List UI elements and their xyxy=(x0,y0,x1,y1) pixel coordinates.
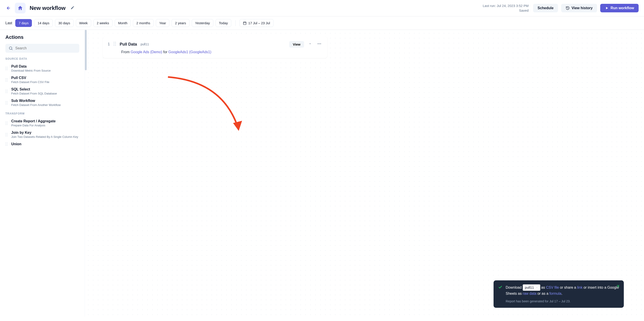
step-source-link[interactable]: Google Ads (Demo) xyxy=(131,50,162,54)
date-range-bar: Last 7 days14 days30 daysWeek2 weeksMont… xyxy=(0,16,644,30)
step-expand-button[interactable] xyxy=(308,41,312,47)
view-history-button[interactable]: View history xyxy=(561,4,597,12)
action-item[interactable]: Pull CSVFetch Dataset From CSV File xyxy=(6,74,79,86)
action-item[interactable]: Sub WorkflowFetch Dataset From Another W… xyxy=(6,97,79,108)
calendar-icon xyxy=(243,21,246,25)
caret-down-icon xyxy=(308,42,312,45)
svg-point-12 xyxy=(6,81,6,82)
step-account-link[interactable]: GoogleAds1 (GoogleAds1) xyxy=(168,50,211,54)
range-pill[interactable]: Month xyxy=(115,19,131,27)
svg-point-30 xyxy=(6,124,6,125)
svg-point-39 xyxy=(7,142,8,143)
back-button[interactable] xyxy=(6,5,12,11)
svg-point-3 xyxy=(7,67,8,67)
home-button[interactable] xyxy=(15,3,26,14)
drag-handle-icon[interactable] xyxy=(6,99,8,107)
range-pill[interactable]: Yesterday xyxy=(192,19,213,27)
toast-footer: Report has been generated for Jul 17 – J… xyxy=(506,299,619,304)
action-title: Create Report / Aggregate xyxy=(11,119,56,123)
main-layout: Actions SOURCE DATAPull DataDownload Met… xyxy=(0,30,644,317)
svg-point-13 xyxy=(7,81,8,82)
svg-point-52 xyxy=(320,43,321,44)
action-desc: Join Two Datasets Related By A Single Co… xyxy=(11,135,78,138)
drag-handle-icon[interactable] xyxy=(6,76,8,84)
action-item[interactable]: Pull DataDownload Metric From Source xyxy=(6,63,79,74)
step-header: 1 Pull Data pull11 View xyxy=(108,41,322,48)
toast-body: Download pull11 as CSV file or share a l… xyxy=(506,284,619,304)
svg-point-44 xyxy=(114,42,114,43)
range-pill[interactable]: 2 years xyxy=(172,19,189,27)
svg-point-49 xyxy=(115,45,116,46)
range-pill[interactable]: 30 days xyxy=(55,19,74,27)
svg-point-19 xyxy=(7,92,8,93)
svg-point-23 xyxy=(7,102,8,103)
check-icon xyxy=(498,285,502,289)
drag-handle-icon[interactable] xyxy=(6,142,8,146)
range-pill[interactable]: 14 days xyxy=(34,19,53,27)
range-pill[interactable]: 2 weeks xyxy=(94,19,112,27)
step-number: 1 xyxy=(108,42,110,46)
svg-point-32 xyxy=(6,133,6,134)
action-title: Pull Data xyxy=(11,64,51,68)
toast-select[interactable]: pull11 xyxy=(523,284,540,291)
formula-link[interactable]: formula xyxy=(550,292,561,296)
search-box[interactable] xyxy=(6,44,79,53)
svg-point-4 xyxy=(6,68,6,69)
svg-point-6 xyxy=(6,69,6,70)
action-desc: Fetch Dataset From Another Workflow xyxy=(11,103,61,107)
action-title: Union xyxy=(11,142,21,146)
svg-point-45 xyxy=(115,42,116,43)
section-label: SOURCE DATA xyxy=(6,57,79,60)
svg-point-7 xyxy=(7,69,8,70)
drag-handle-icon[interactable] xyxy=(6,131,8,138)
range-pill[interactable]: 2 months xyxy=(133,19,154,27)
history-icon xyxy=(566,6,570,10)
svg-point-2 xyxy=(6,67,6,67)
drag-handle-icon[interactable] xyxy=(6,87,8,95)
scrollbar[interactable] xyxy=(85,30,87,70)
drag-handle-icon[interactable] xyxy=(6,119,8,127)
pencil-icon xyxy=(70,6,74,10)
svg-point-28 xyxy=(6,123,6,124)
range-pill[interactable]: Today xyxy=(216,19,231,27)
schedule-button[interactable]: Schedule xyxy=(533,4,558,12)
step-drag-handle[interactable] xyxy=(114,42,116,47)
svg-point-24 xyxy=(6,104,6,104)
range-pill[interactable]: Week xyxy=(76,19,91,27)
step-card[interactable]: 1 Pull Data pull11 View From Google Ads … xyxy=(103,36,328,58)
svg-point-18 xyxy=(6,92,6,93)
svg-point-26 xyxy=(6,122,6,122)
svg-point-47 xyxy=(115,43,116,44)
toast-close-button[interactable] xyxy=(616,284,620,288)
date-picker-button[interactable]: 17 Jul – 23 Jul xyxy=(240,19,274,27)
search-input[interactable] xyxy=(15,46,76,50)
action-desc: Download Metric From Source xyxy=(11,69,51,72)
svg-point-33 xyxy=(7,133,8,134)
run-workflow-button[interactable]: Run workflow xyxy=(600,4,638,12)
workflow-canvas[interactable]: 1 Pull Data pull11 View From Google Ads … xyxy=(85,30,644,317)
svg-point-36 xyxy=(6,136,6,136)
csv-link[interactable]: CSV file xyxy=(546,286,559,289)
actions-sidebar: Actions SOURCE DATAPull DataDownload Met… xyxy=(0,30,85,317)
more-horizontal-icon xyxy=(317,42,322,46)
range-pill[interactable]: Year xyxy=(156,19,169,27)
svg-point-50 xyxy=(318,43,318,44)
action-item[interactable]: Join by KeyJoin Two Datasets Related By … xyxy=(6,129,79,140)
svg-point-9 xyxy=(7,78,8,79)
drag-handle-icon[interactable] xyxy=(6,64,8,72)
share-link[interactable]: link xyxy=(577,286,582,289)
step-title: Pull Data xyxy=(120,42,137,47)
step-view-button[interactable]: View xyxy=(289,41,304,48)
status-text: Last run: Jul 24, 2023 3:52 PM Saved xyxy=(483,3,528,13)
action-item[interactable]: Create Report / AggregatePrepare Data Fo… xyxy=(6,118,79,129)
datebar-divider xyxy=(235,20,236,26)
range-pill[interactable]: 7 days xyxy=(15,19,32,27)
svg-point-41 xyxy=(7,144,8,144)
action-item[interactable]: Union xyxy=(6,140,79,148)
arrow-left-icon xyxy=(6,6,11,10)
action-item[interactable]: SQL SelectFetch Dataset From SQL Databas… xyxy=(6,86,79,97)
svg-point-22 xyxy=(6,102,6,103)
edit-title-button[interactable] xyxy=(70,6,74,10)
step-more-button[interactable] xyxy=(316,41,322,48)
raw-data-link[interactable]: raw data xyxy=(523,292,536,296)
